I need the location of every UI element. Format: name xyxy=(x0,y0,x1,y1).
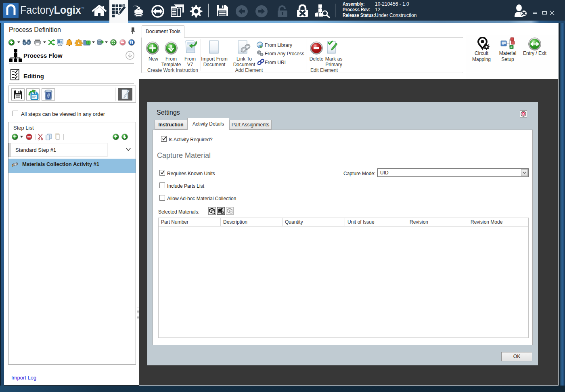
svg-text:Entry / Exit: Entry / Exit xyxy=(523,50,547,56)
svg-text:M: M xyxy=(502,43,504,46)
svg-text:From: From xyxy=(165,56,177,62)
svg-text:Primary: Primary xyxy=(325,62,342,67)
svg-text:A: A xyxy=(511,46,512,48)
svg-text:Material: Material xyxy=(499,50,517,56)
svg-text:From Any Process: From Any Process xyxy=(265,51,304,57)
svg-text:V7: V7 xyxy=(187,62,193,67)
svg-text:From: From xyxy=(184,56,196,62)
svg-text:From Library: From Library xyxy=(265,42,292,48)
svg-text:New: New xyxy=(149,56,158,62)
svg-text:Import From: Import From xyxy=(201,56,227,62)
svg-text:Create Work Instruction: Create Work Instruction xyxy=(147,67,198,73)
svg-text:Template: Template xyxy=(161,62,181,67)
svg-text:Mark as: Mark as xyxy=(325,56,343,62)
svg-text:Document: Document xyxy=(233,62,255,67)
svg-text:Circuit: Circuit xyxy=(475,50,489,56)
svg-text:Document: Document xyxy=(203,62,226,67)
svg-text:Mapping: Mapping xyxy=(472,57,491,62)
svg-text:Edit Element: Edit Element xyxy=(310,67,338,73)
svg-text:From URL: From URL xyxy=(265,60,287,65)
svg-text:Setup: Setup xyxy=(501,57,514,62)
svg-text:Delete: Delete xyxy=(310,56,324,62)
svg-text:Add Element: Add Element xyxy=(235,67,263,73)
svg-text:Link To: Link To xyxy=(236,56,252,62)
